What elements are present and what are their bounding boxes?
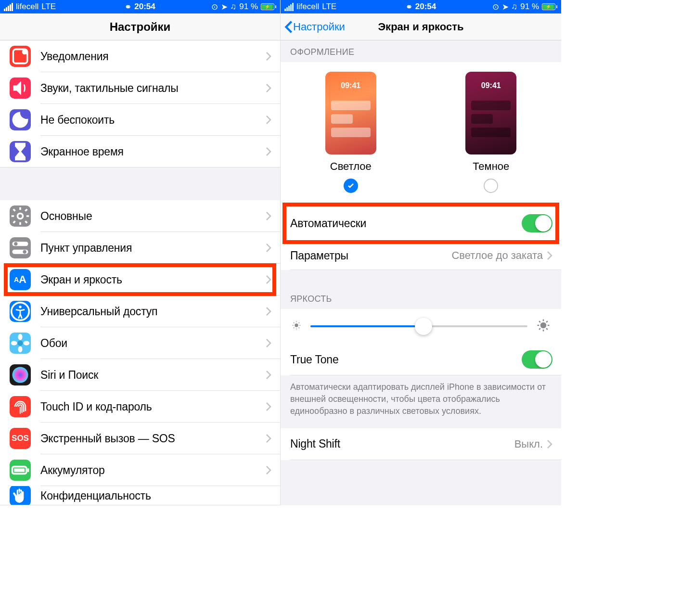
moon-icon [10,109,31,130]
chevron-right-icon [266,275,271,284]
radio-unchecked-icon [484,179,498,193]
nav-bar: Настройки Экран и яркость [281,13,561,40]
battery-icon: ⚡ [542,3,557,10]
row-label: Звуки, тактильные сигналы [40,82,266,95]
page-title: Экран и яркость [378,21,463,33]
signal-icon [284,3,294,11]
appearance-dark[interactable]: 09:41 Темное [465,72,516,193]
siri-icon [10,364,31,385]
link-icon: ⚭ [125,2,131,12]
svg-point-11 [18,346,22,352]
row-label: Уведомления [40,50,266,63]
row-siri[interactable]: Siri и Поиск [0,359,280,391]
hourglass-icon [10,141,31,162]
light-label: Светлое [330,160,372,173]
row-label: Аккумулятор [40,464,266,477]
row-sounds[interactable]: Звуки, тактильные сигналы [0,72,280,104]
gear-icon [10,205,31,227]
row-label: Touch ID и код-пароль [40,400,266,413]
network-label: LTE [322,2,336,12]
chevron-right-icon [266,243,271,253]
row-display-brightness[interactable]: AA Экран и яркость [0,264,280,295]
row-automatic[interactable]: Автоматически [281,205,561,241]
row-control-center[interactable]: Пункт управления [0,232,280,264]
row-label: Пункт управления [40,242,266,255]
svg-point-5 [14,242,17,245]
svg-point-8 [19,306,22,308]
chevron-right-icon [266,147,271,156]
svg-rect-17 [14,468,25,472]
clock-label: 20:54 [134,2,155,12]
section-header-appearance: ОФОРМЛЕНИЕ [281,40,561,62]
row-dnd[interactable]: Не беспокоить [0,104,280,136]
carrier-label: lifecell [16,2,38,12]
row-privacy[interactable]: Конфиденциальность [0,486,280,505]
truetone-label: True Tone [290,353,522,366]
row-label: Экран и яркость [40,273,266,286]
accessibility-icon [10,301,31,322]
appearance-picker: 09:41 Светлое 09:41 Темное [281,62,561,205]
chevron-right-icon [266,211,271,221]
brightness-slider-row [281,309,561,344]
settings-screen: lifecell LTE ⚭ 20:54 ⊙ ➤ ♫ 91 % ⚡ Настро… [0,0,281,505]
svg-point-9 [18,341,23,346]
notifications-icon [10,46,31,67]
section-header-brightness: ЯРКОСТЬ [281,270,561,309]
lock-icon: ⊙ [211,2,218,12]
chevron-right-icon [266,115,271,125]
lock-icon: ⊙ [492,2,499,12]
link-icon: ⚭ [406,2,412,12]
truetone-toggle[interactable] [522,350,552,369]
back-label: Настройки [293,21,345,33]
location-icon: ➤ [502,2,509,12]
svg-point-14 [13,367,28,383]
automatic-toggle[interactable] [522,214,552,232]
row-label: Основные [40,210,266,223]
row-options[interactable]: Параметры Светлое до заката [281,241,561,270]
svg-rect-16 [27,468,29,472]
svg-point-13 [23,341,29,345]
row-notifications[interactable]: Уведомления [0,40,280,72]
appearance-light[interactable]: 09:41 Светлое [325,72,376,193]
row-touchid[interactable]: Touch ID и код-пароль [0,391,280,423]
truetone-description: Автоматически адаптировать дисплей iPhon… [281,375,561,428]
chevron-right-icon [266,307,271,316]
svg-point-6 [23,250,26,254]
brightness-slider[interactable] [310,325,527,327]
nav-bar: Настройки [0,13,280,40]
row-label: Обои [40,337,266,350]
dark-label: Темное [473,160,509,173]
switches-icon [10,237,31,258]
flower-icon [10,333,31,354]
dark-preview: 09:41 [465,72,516,154]
options-label: Параметры [290,249,451,262]
row-truetone[interactable]: True Tone [281,344,561,375]
page-title: Настройки [110,20,171,34]
settings-group-1: Уведомления Звуки, тактильные сигналы Не… [0,40,280,167]
back-button[interactable]: Настройки [284,20,345,34]
row-sos[interactable]: SOS Экстренный вызов — SOS [0,423,280,454]
row-nightshift[interactable]: Night Shift Выкл. [281,428,561,460]
row-wallpaper[interactable]: Обои [0,327,280,359]
svg-point-10 [18,334,22,340]
light-preview: 09:41 [325,72,376,154]
row-screentime[interactable]: Экранное время [0,136,280,167]
chevron-right-icon [266,434,271,443]
svg-point-2 [18,214,23,219]
row-battery[interactable]: Аккумулятор [0,454,280,486]
fingerprint-icon [10,396,31,417]
display-brightness-screen: lifecell LTE ⚭ 20:54 ⊙ ➤ ♫ 91 % ⚡ Настро… [281,0,561,505]
chevron-right-icon [266,465,271,475]
svg-point-12 [11,341,17,345]
nightshift-value: Выкл. [514,438,543,450]
location-icon: ➤ [221,2,228,12]
row-general[interactable]: Основные [0,200,280,232]
row-accessibility[interactable]: Универсальный доступ [0,295,280,327]
row-label: Siri и Поиск [40,369,266,382]
row-label: Не беспокоить [40,114,266,127]
signal-icon [4,3,13,11]
headphones-icon: ♫ [512,2,518,12]
clock-label: 20:54 [415,2,436,12]
row-label: Конфиденциальность [40,489,271,502]
chevron-right-icon [547,439,552,449]
